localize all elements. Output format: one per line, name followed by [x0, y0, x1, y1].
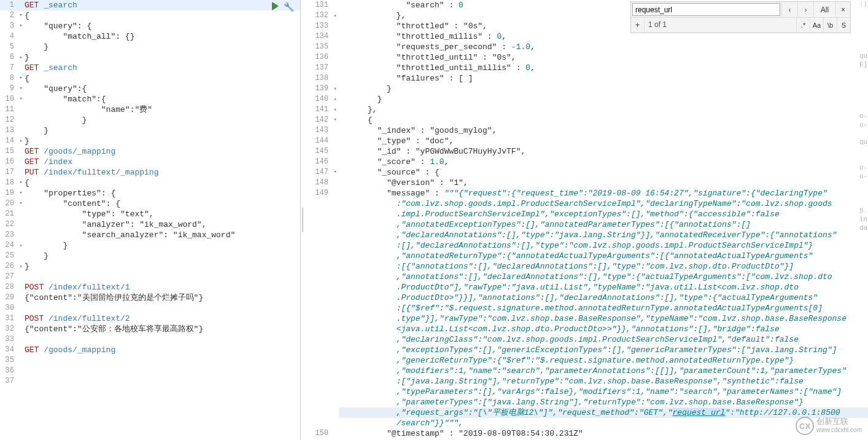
code-line[interactable]: .impl.ProductSearchServiceImpl","excepti… — [304, 209, 868, 219]
right-output-pane[interactable]: ‹ › All × + 1 of 1 .* Aa \b S 131 "searc… — [304, 0, 868, 440]
code-line[interactable]: 140▴ } — [304, 94, 868, 104]
code-line[interactable]: 148 "@version" : "1", — [304, 178, 868, 188]
code-line[interactable]: 150 "@timestamp" : "2019-08-09T08:54:30.… — [304, 428, 868, 439]
code-line[interactable]: 13 } — [0, 125, 300, 136]
code-line[interactable]: ,"genericReturnType":{"$ref":"$.request.… — [304, 355, 868, 366]
code-line[interactable]: 16GET /index — [0, 157, 300, 167]
code-line[interactable]: 32{"content":"公安部：各地校车将享最高路权"} — [0, 324, 300, 334]
search-expand-button[interactable]: + — [631, 18, 645, 33]
code-line[interactable]: .ProductDto>"}}],"annotations":[],"decla… — [304, 293, 868, 303]
code-line[interactable]: 1GET _search — [0, 0, 300, 10]
code-line[interactable]: :[],"declaredAnnotations":[],"type":"com… — [304, 240, 868, 251]
code-line[interactable]: 34GET /goods/_mapping — [0, 345, 300, 355]
search-regex-option[interactable]: .* — [796, 18, 810, 33]
code-line[interactable]: ,"declaredAnnotations":[],"type":"java.l… — [304, 230, 868, 240]
code-line[interactable]: 6▴} — [0, 52, 300, 63]
code-line[interactable]: 10▾ "match":{ — [0, 94, 300, 104]
run-icon[interactable] — [272, 2, 279, 10]
code-line[interactable]: ,"typeParameters":[],"varArgs":false},"m… — [304, 387, 868, 397]
code-line[interactable]: 33 — [0, 334, 300, 345]
search-close-button[interactable]: × — [835, 2, 850, 17]
search-selection-option[interactable]: S — [837, 18, 850, 33]
code-line[interactable]: 25 } — [0, 251, 300, 261]
code-line[interactable]: :"com.lvz.shop.goods.impl.ProductSearchS… — [304, 198, 868, 209]
code-line[interactable]: 18▾{ — [0, 178, 300, 188]
code-line[interactable]: 28POST /index/fulltext/1 — [0, 282, 300, 293]
code-line[interactable]: :[{"$ref":"$.request.signature.method.an… — [304, 303, 868, 313]
fold-icon[interactable]: ▾ — [17, 21, 25, 31]
fold-icon[interactable]: ▾ — [17, 73, 25, 84]
fold-icon[interactable]: ▴ — [17, 240, 25, 251]
code-line[interactable]: 145 "_id" : "yPGWdWwBuC7HuyHyJvTF", — [304, 146, 868, 157]
code-line[interactable]: 2▾{ — [0, 10, 300, 21]
fold-icon[interactable]: ▾ — [17, 10, 25, 21]
code-line[interactable]: 143 "_index" : "goods_mylog", — [304, 125, 868, 136]
code-line[interactable]: 149 "message" : """{"request":{"request_… — [304, 188, 868, 198]
code-line[interactable]: 139▴ } — [304, 84, 868, 94]
code-line[interactable]: 135 "requests_per_second" : -1.0, — [304, 42, 868, 52]
code-line[interactable]: 144 "_type" : "doc", — [304, 136, 868, 146]
code-line[interactable]: .ProductDto"],"rawType":"java.util.List"… — [304, 282, 868, 293]
search-word-option[interactable]: \b — [823, 18, 837, 33]
code-line[interactable]: <java.util.List<com.lvz.shop.dto.Product… — [304, 324, 868, 334]
code-line[interactable]: ,"request_args":"[\"平板电脑12\"]","request_… — [304, 407, 868, 418]
code-line[interactable]: 141▴ }, — [304, 104, 868, 115]
code-line[interactable]: 26▴} — [0, 261, 300, 272]
code-line[interactable]: ,"parameterTypes":["java.lang.String"],"… — [304, 397, 868, 407]
code-line[interactable]: 146 "_score" : 1.0, — [304, 157, 868, 167]
fold-icon[interactable]: ▴ — [331, 94, 339, 104]
search-case-option[interactable]: Aa — [810, 18, 823, 33]
code-line[interactable]: 20▾ "content": { — [0, 198, 300, 209]
search-input[interactable] — [632, 3, 780, 16]
code-line[interactable]: 8▾{ — [0, 73, 300, 84]
search-next-button[interactable]: › — [797, 2, 813, 17]
code-line[interactable]: 14▴} — [0, 136, 300, 146]
fold-icon[interactable]: ▾ — [17, 94, 25, 104]
code-line[interactable]: 24▴ } — [0, 240, 300, 251]
fold-icon[interactable]: ▴ — [331, 104, 339, 115]
code-line[interactable]: ,"modifiers":1,"name":"search","paramete… — [304, 366, 868, 376]
code-line[interactable]: 17PUT /index/fulltext/_mapping — [0, 167, 300, 178]
code-line[interactable]: 142▾ { — [304, 115, 868, 125]
code-line[interactable]: 4 "match_all": {} — [0, 31, 300, 42]
code-line[interactable]: :[{"annotations":[],"declaredAnnotations… — [304, 261, 868, 272]
code-line[interactable]: ,"declaringClass":"com.lvz.shop.goods.im… — [304, 334, 868, 345]
code-line[interactable]: 7GET _search — [0, 63, 300, 73]
code-line[interactable]: :["java.lang.String"],"returnType":"com.… — [304, 376, 868, 387]
code-line[interactable]: 136 "throttled_until" : "0s", — [304, 52, 868, 63]
code-line[interactable]: 37 — [0, 376, 300, 387]
code-line[interactable]: ,"exceptionTypes":[],"genericExceptionTy… — [304, 345, 868, 355]
fold-icon[interactable]: ▴ — [17, 52, 25, 63]
code-line[interactable]: 11 "name":"费" — [0, 104, 300, 115]
fold-icon[interactable]: ▾ — [331, 167, 339, 178]
code-line[interactable]: 138 "failures" : [ ] — [304, 73, 868, 84]
search-prev-button[interactable]: ‹ — [781, 2, 797, 17]
fold-icon[interactable]: ▾ — [17, 188, 25, 198]
code-line[interactable]: 12 } — [0, 115, 300, 125]
code-line[interactable]: 31POST /index/fulltext/2 — [0, 313, 300, 324]
code-line[interactable]: 3▾ "query": { — [0, 21, 300, 31]
left-editor-pane[interactable]: 🔧 1GET _search2▾{3▾ "query": {4 "match_a… — [0, 0, 301, 440]
fold-icon[interactable]: ▾ — [17, 178, 25, 188]
fold-icon[interactable]: ▴ — [331, 84, 339, 94]
code-line[interactable]: 30 — [0, 303, 300, 313]
code-line[interactable]: ,"annotatedReturnType":{"annotatedActual… — [304, 251, 868, 261]
code-line[interactable]: 147▾ "_source" : { — [304, 167, 868, 178]
code-line[interactable]: .type"}],"rawType":"com.lvz.shop.base.Ba… — [304, 313, 868, 324]
code-line[interactable]: 9▾ "query":{ — [0, 84, 300, 94]
code-line[interactable]: 19▾ "properties": { — [0, 188, 300, 198]
fold-icon[interactable]: ▾ — [331, 115, 339, 125]
code-line[interactable]: 27 — [0, 272, 300, 282]
fold-icon[interactable]: ▾ — [17, 198, 25, 209]
code-line[interactable]: ,"annotations":[],"declaredAnnotations":… — [304, 272, 868, 282]
code-line[interactable]: 35 — [0, 355, 300, 366]
fold-icon[interactable]: ▾ — [17, 84, 25, 94]
code-line[interactable]: 21 "type": "text", — [0, 209, 300, 219]
code-line[interactable]: 23 "search_analyzer": "ik_max_word" — [0, 230, 300, 240]
code-line[interactable]: 15GET /goods/_mapping — [0, 146, 300, 157]
code-line[interactable]: 22 "analyzer": "ik_max_word", — [0, 219, 300, 230]
code-line[interactable]: /search"}}""", — [304, 418, 868, 428]
fold-icon[interactable]: ▴ — [17, 136, 25, 146]
wrench-icon[interactable]: 🔧 — [284, 2, 294, 12]
search-all-button[interactable]: All — [813, 2, 835, 17]
